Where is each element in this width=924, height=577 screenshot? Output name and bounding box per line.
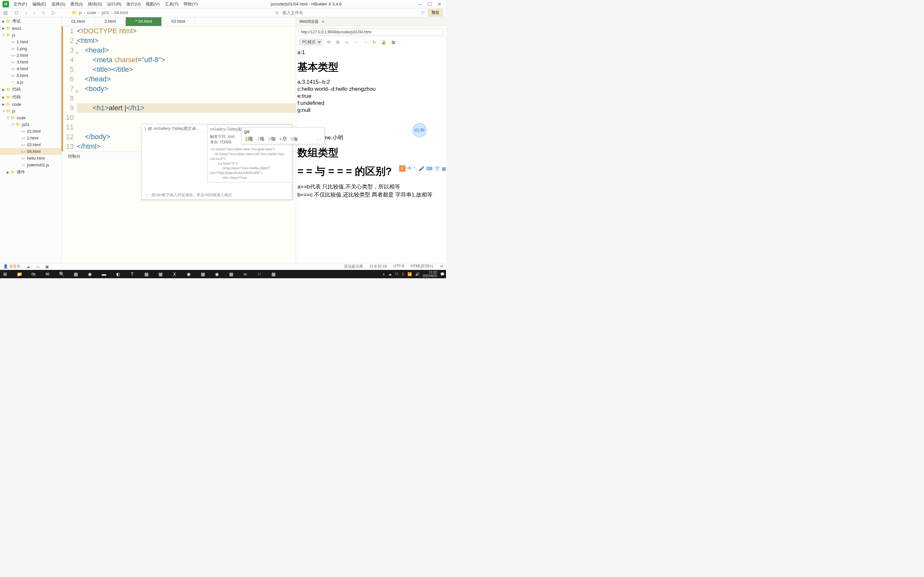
language-mode[interactable]: HTML(ES6+)	[411, 264, 433, 269]
app-icon[interactable]: ▦	[142, 271, 150, 277]
qr-icon[interactable]: ▦	[391, 40, 395, 45]
search-input[interactable]	[282, 10, 417, 15]
tree-item[interactable]: ▶📁code	[0, 101, 61, 108]
tree-item[interactable]: ▽📁js	[0, 108, 61, 114]
tree-item[interactable]: ▶📁课件	[0, 168, 61, 176]
ime-menu-icon[interactable]: ▦	[442, 166, 446, 171]
tree-item[interactable]: ▶📁考试	[0, 17, 61, 25]
tree-item[interactable]: ▭1.png	[0, 45, 61, 52]
tree-item[interactable]: <>01.html	[0, 128, 61, 135]
tray-wifi-icon[interactable]: 📶	[407, 272, 412, 276]
tree-item[interactable]: <>3.html	[0, 59, 61, 65]
reload-icon[interactable]: ↻	[373, 40, 376, 45]
box-icon[interactable]: ▣	[45, 264, 49, 269]
tree-item[interactable]: ▭a.js	[0, 79, 61, 85]
tree-item[interactable]: ▭jsdemo01.js	[0, 161, 61, 168]
browser-mode-select[interactable]: PC模式	[299, 39, 322, 45]
app-icon[interactable]: T	[128, 271, 136, 277]
forward-icon[interactable]: ›	[33, 10, 35, 15]
tray-cloud-icon[interactable]: ☁	[388, 272, 392, 276]
menu-view[interactable]: 视图(V)	[144, 1, 162, 8]
indent-icon[interactable]: ⇥	[439, 264, 443, 269]
tree-item[interactable]: ▽📁js01	[0, 121, 61, 128]
tree-item[interactable]: <>1.html	[0, 39, 61, 45]
menu-run[interactable]: 运行(R)	[105, 1, 123, 8]
tree-item[interactable]: <>4.html	[0, 65, 61, 72]
nav-forward-icon[interactable]: →	[363, 40, 367, 45]
breadcrumb-item[interactable]: 04.html	[114, 10, 128, 15]
app-icon[interactable]: ◉	[213, 271, 221, 277]
menu-goto[interactable]: 跳转(G)	[86, 1, 104, 8]
terminal-icon[interactable]: ▬	[100, 271, 108, 277]
tree-item[interactable]: <>2.html	[0, 135, 61, 141]
tree-item[interactable]: ▽📁code	[0, 114, 61, 121]
ime-lang-icon[interactable]: 中	[407, 166, 412, 171]
filter-icon[interactable]: ▽	[421, 10, 424, 15]
browser-tab-label[interactable]: Web浏览器	[299, 19, 318, 24]
ime-popup[interactable]: ga 1嘎2嘎3咖4尕5伽‹ ›	[241, 127, 325, 144]
user-status[interactable]: 👤 未登录	[3, 264, 21, 269]
editor-tab[interactable]: 03.html	[162, 17, 195, 26]
ime-mic-icon[interactable]: 🎤	[419, 166, 424, 171]
terminal-icon[interactable]: ▭	[36, 264, 39, 269]
start-icon[interactable]: ⊞	[1, 271, 9, 277]
app-icon[interactable]: ▦	[199, 271, 207, 277]
refresh-icon[interactable]: ⟳	[327, 40, 331, 45]
tree-item[interactable]: ▽📁js	[0, 32, 61, 39]
app-icon[interactable]: ∞	[241, 271, 249, 277]
lock-icon[interactable]: 🔒	[381, 40, 386, 45]
encoding[interactable]: UTF-8	[393, 264, 404, 269]
tree-item[interactable]: <>2.html	[0, 52, 61, 59]
menu-help[interactable]: 帮助(Y)	[182, 1, 199, 8]
app-icon[interactable]: ◉	[185, 271, 192, 277]
tray-up-icon[interactable]: ∧	[383, 272, 385, 276]
editor-tab[interactable]: 01.html	[61, 17, 95, 26]
save-icon[interactable]: 🗋	[14, 10, 19, 15]
breadcrumb-item[interactable]: js	[79, 10, 82, 15]
star-icon[interactable]: ☆	[41, 10, 45, 16]
ime-candidates[interactable]: 1嘎2嘎3咖4尕5伽‹ ›	[242, 135, 325, 144]
browser-tab-close-icon[interactable]: ×	[322, 19, 324, 24]
code-editor[interactable]: 12⊟3⊟4567⊟8910111213 <!DOCTYPE html><htm…	[61, 26, 296, 151]
tree-item[interactable]: <>03.html	[0, 141, 61, 148]
menu-find[interactable]: 查找(I)	[68, 1, 84, 8]
tree-item[interactable]: ▶📁代码	[0, 85, 61, 93]
app-icon[interactable]: ▦	[72, 271, 79, 277]
tree-item[interactable]: ▶📁test1	[0, 25, 61, 32]
menu-select[interactable]: 选择(S)	[49, 1, 67, 8]
close-icon[interactable]: ✕	[438, 2, 441, 7]
app-icon[interactable]: ▦	[227, 271, 235, 277]
notification-icon[interactable]: 💬	[440, 272, 445, 276]
menu-file[interactable]: 文件(F)	[11, 1, 29, 8]
search-file-icon[interactable]: ⎘	[276, 10, 278, 15]
app-icon[interactable]: X	[171, 271, 178, 277]
sync-icon[interactable]: ☁	[26, 264, 30, 269]
settings-icon[interactable]: ⚙	[336, 40, 340, 45]
search-icon[interactable]: 🔍	[58, 271, 65, 277]
tree-item[interactable]: <>hello.html	[0, 155, 61, 161]
console-tab[interactable]: 控制台	[61, 152, 87, 161]
browser-url[interactable]: http://127.0.0.1:8849/js/code/js01/04.ht…	[299, 28, 443, 36]
mail-icon[interactable]: ✉	[44, 271, 51, 277]
tray-shield-icon[interactable]: 🛡	[395, 272, 399, 276]
breadcrumb-item[interactable]: code	[87, 10, 96, 15]
timer-badge[interactable]: 01:58	[413, 123, 427, 137]
run-icon[interactable]: ▷	[52, 10, 56, 16]
ime-keyboard-icon[interactable]: ⌨	[426, 166, 433, 171]
preview-button[interactable]: 预览	[428, 9, 443, 16]
new-file-icon[interactable]: ▤	[3, 10, 8, 16]
hbuilder-icon[interactable]: H	[255, 271, 263, 277]
tree-item[interactable]: ▶📁代码	[0, 93, 61, 101]
back-icon[interactable]: ‹	[25, 10, 27, 15]
app-icon[interactable]: ▦	[157, 271, 164, 277]
tray-app-icon[interactable]: S	[402, 272, 404, 276]
maximize-icon[interactable]: ☐	[428, 2, 432, 7]
app-icon[interactable]: ◐	[114, 271, 122, 277]
app-icon[interactable]: ▦	[270, 271, 277, 277]
taskbar-clock[interactable]: 11:02 2022/4/25	[423, 271, 437, 277]
tray-volume-icon[interactable]: 🔊	[415, 272, 420, 276]
menu-publish[interactable]: 发行(U)	[124, 1, 142, 8]
nav-back-icon[interactable]: ←	[354, 40, 358, 45]
tree-item[interactable]: <>04.html	[0, 148, 61, 155]
menu-tools[interactable]: 工具(T)	[163, 1, 181, 8]
